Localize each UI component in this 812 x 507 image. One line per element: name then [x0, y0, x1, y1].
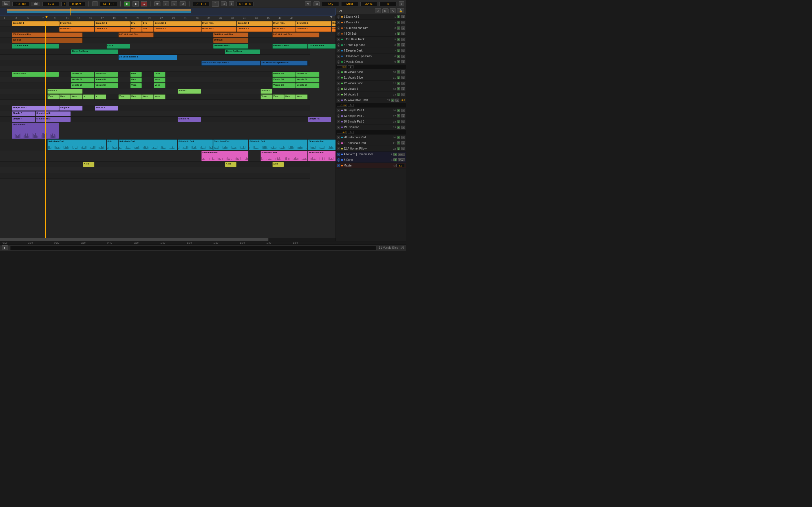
clip-2-6[interactable]: Drum Kit 2: [237, 27, 272, 32]
time-sig-display[interactable]: 4 / 4: [42, 2, 59, 6]
track-solo-6[interactable]: S: [397, 43, 400, 47]
clip-20-6[interactable]: Sidechain Pad: [308, 139, 336, 150]
clip-10-1[interactable]: Vocals Sli: [71, 72, 94, 77]
clip-12-3[interactable]: Voca: [154, 83, 165, 88]
clip-3-2[interactable]: 808 Kick and Rim: [213, 33, 248, 38]
loop-circle[interactable]: ○: [61, 2, 66, 6]
track-play-22[interactable]: ▶: [337, 147, 340, 151]
track-mute-6[interactable]: S: [401, 43, 405, 47]
track-mute-3[interactable]: S: [401, 26, 405, 30]
clip-21-0[interactable]: Sidechain Pad: [201, 151, 248, 161]
track-play-6[interactable]: ▶: [337, 43, 340, 47]
track-name-6[interactable]: 6 Three Op Bass: [344, 43, 390, 47]
vol-display-19[interactable]: -inf: [337, 131, 347, 134]
track-play-11[interactable]: ▶: [337, 76, 340, 79]
track-play-9[interactable]: ▶: [337, 60, 340, 64]
clip-21-1[interactable]: Sidechain Pad: [260, 151, 308, 161]
track-name-4[interactable]: 4 808 Sub: [344, 32, 390, 35]
clip-18-0[interactable]: Simple P: [12, 117, 35, 122]
clip-5-4[interactable]: Oxi Bass Rack: [308, 44, 336, 49]
clip-22-2[interactable]: A Ho: [272, 162, 284, 167]
c-display-9[interactable]: C: [348, 65, 354, 68]
clip-20-3[interactable]: Sidechain Pad: [177, 139, 213, 150]
clip-1-10[interactable]: Drum Kit 1: [332, 21, 336, 26]
clip-21-2[interactable]: Sidechain Pad: [308, 151, 336, 161]
track-name-8[interactable]: 8 Crossover Syn Bass: [344, 55, 390, 58]
clip-2-1[interactable]: Drum Kit 2: [95, 27, 130, 32]
clip-2-2[interactable]: Dru: [130, 27, 142, 32]
track-name-11[interactable]: 11 Vocals Slice: [344, 76, 390, 79]
menu-button[interactable]: ≡: [399, 1, 404, 6]
clip-14-12[interactable]: Voca: [296, 94, 308, 100]
clip-18-1[interactable]: Simple Pad 3: [36, 117, 71, 122]
clip-12-5[interactable]: Vocals Sli: [296, 83, 319, 88]
pencil-btn[interactable]: ✎: [305, 1, 311, 6]
track-name-23[interactable]: A Reverb | Compressor: [344, 153, 387, 156]
clip-7-0[interactable]: 24-Deep in Dark 5: [118, 55, 177, 60]
track-name-25[interactable]: Master: [344, 164, 390, 167]
track-play-25[interactable]: ▶: [337, 164, 340, 167]
clip-6-1[interactable]: Three Op Bass: [225, 49, 260, 54]
clip-5-3[interactable]: Oxi Bass Rack: [272, 44, 308, 49]
punch-out-button[interactable]: ▷: [171, 1, 177, 6]
clip-10-3[interactable]: Voca: [130, 72, 142, 77]
overview-bar[interactable]: [0, 8, 336, 16]
record-button[interactable]: ●: [141, 1, 147, 6]
track-solo-16[interactable]: S: [397, 109, 400, 112]
clip-10-5[interactable]: Vocals Sli: [272, 72, 296, 77]
hscroll-thumb[interactable]: [0, 238, 268, 241]
punch-in-button[interactable]: ◁: [163, 1, 169, 6]
clip-22-0[interactable]: A Ho: [83, 162, 94, 167]
clip-2-3[interactable]: Dru: [142, 27, 154, 32]
track-solo-2[interactable]: S: [397, 21, 400, 24]
key-display[interactable]: Key: [322, 2, 339, 6]
track-solo-18[interactable]: S: [397, 120, 400, 123]
clip-10-0[interactable]: Vocals Slice: [12, 72, 59, 77]
track-solo-19[interactable]: S: [397, 126, 400, 129]
clip-8-1[interactable]: 26-Crossover Syn Bass 4: [260, 61, 308, 66]
clip-20-2[interactable]: Sidechain Pad: [118, 139, 177, 150]
clip-17-0[interactable]: Simple P: [12, 111, 35, 116]
track-solo-10[interactable]: S: [397, 70, 400, 73]
track-mute-1[interactable]: S: [401, 15, 405, 18]
monitor-btn[interactable]: □: [221, 1, 227, 6]
track-play-24[interactable]: ▶: [337, 158, 340, 162]
clip-18-2[interactable]: Simple Pa: [177, 117, 201, 122]
track-play-12[interactable]: ▶: [337, 82, 340, 85]
clip-12-0[interactable]: Vocals Sli: [71, 83, 94, 88]
track-name-18[interactable]: 18 Simple Pad 3: [344, 120, 390, 123]
clip-10-2[interactable]: Vocals Sli: [95, 72, 118, 77]
clip-18-3[interactable]: Simple Pa: [308, 117, 331, 122]
track-play-16[interactable]: ▶: [337, 109, 340, 112]
track-name-16[interactable]: 16 Simple Pad 1: [344, 109, 390, 112]
d-display[interactable]: D: [379, 2, 396, 6]
clip-5-1[interactable]: Oxi B: [107, 44, 130, 49]
track-play-2[interactable]: ▶: [337, 21, 340, 24]
track-name-2[interactable]: 2 Drum Kit 2: [344, 21, 390, 24]
clip-1-5[interactable]: Drum Kit 1: [154, 21, 201, 26]
clip-1-2[interactable]: Drum Kit 1: [95, 21, 130, 26]
clip-14-0[interactable]: Voca: [47, 94, 59, 100]
track-lanes[interactable]: Drum Kit 1Drum Kit 1Drum Kit 1DruDruDrum…: [0, 21, 336, 238]
clip-14-6[interactable]: Voca: [130, 94, 142, 100]
clip-1-9[interactable]: Drum Kit 1: [296, 21, 331, 26]
clip-1-8[interactable]: Drum Kit 1: [272, 21, 296, 26]
track-play-20[interactable]: ▶: [337, 136, 340, 139]
clip-11-0[interactable]: Vocals Sli: [71, 77, 94, 82]
loop-length-display[interactable]: 8 Bars: [68, 2, 85, 6]
track-play-4[interactable]: ▶: [337, 32, 340, 36]
track-mute-15[interactable]: S: [395, 99, 399, 102]
track-mute-14[interactable]: S: [401, 93, 405, 96]
track-solo-5[interactable]: S: [397, 38, 400, 41]
track-mute-4[interactable]: S: [401, 32, 405, 35]
track-mute-12[interactable]: S: [401, 82, 405, 85]
track-solo-23[interactable]: S: [393, 153, 397, 156]
track-mute-9[interactable]: S: [401, 60, 405, 63]
clip-10-6[interactable]: Vocals Sli: [296, 72, 319, 77]
track-solo-14[interactable]: S: [397, 93, 400, 96]
clip-2-5[interactable]: Drum Kit 2: [201, 27, 237, 32]
clip-14-10[interactable]: Voca: [272, 94, 284, 100]
clip-20-0[interactable]: Sidechain Pad: [47, 139, 106, 150]
clip-13-0[interactable]: Vocals 1: [47, 89, 83, 94]
clip-2-0[interactable]: Drum Kit 2: [59, 27, 94, 32]
